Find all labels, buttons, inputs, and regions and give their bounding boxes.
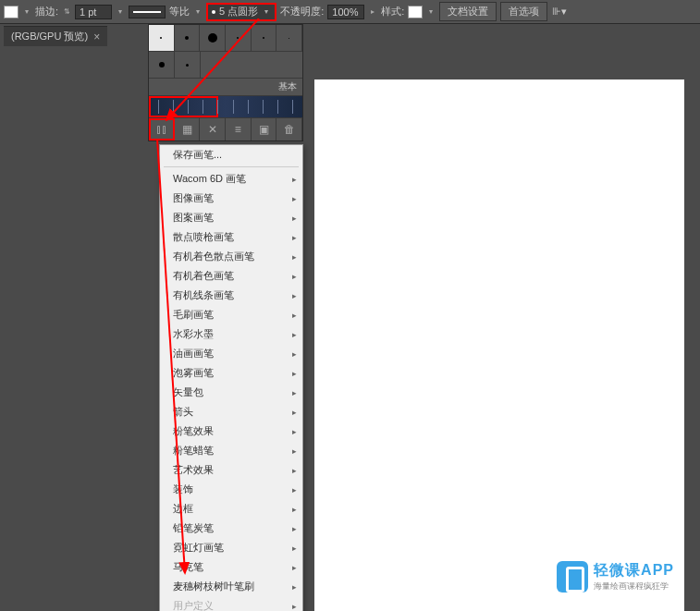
brush-thumb-1[interactable] (149, 25, 175, 51)
menu-item-label: Wacom 6D 画笔 (173, 172, 246, 186)
stroke-dropdown[interactable]: ▾ (116, 6, 125, 18)
fill-swatch[interactable] (4, 6, 18, 18)
brush-thumb-4[interactable] (226, 25, 252, 51)
brush-thumb-6[interactable] (276, 25, 302, 51)
menu-item[interactable]: 装饰 (160, 480, 302, 499)
style-dropdown[interactable]: ▾ (426, 6, 436, 18)
menu-item[interactable]: 图案画笔 (160, 208, 302, 227)
menu-item[interactable]: 图像画笔 (160, 189, 302, 208)
brush-basic-label-row: 基本 (149, 79, 302, 96)
brush-options-icon[interactable]: ≡ (226, 118, 252, 141)
brush-basic-label: 基本 (278, 80, 297, 93)
menu-item-label: 艺术效果 (173, 463, 214, 477)
menu-item-label: 水彩水墨 (173, 327, 214, 341)
menu-item: 用户定义 (160, 596, 302, 611)
opacity-input[interactable] (327, 5, 364, 19)
menu-item[interactable]: 泡雾画笔 (160, 363, 302, 383)
menu-item[interactable]: 保存画笔... (160, 145, 302, 165)
style-swatch[interactable] (408, 6, 423, 18)
brush-panel-tools: ⫿⫿ ▦ ✕ ≡ ▣ 🗑 (149, 118, 302, 141)
fill-dropdown[interactable]: ▾ (22, 6, 31, 18)
brush-name: 5 点圆形 (219, 5, 258, 18)
watermark-subtitle: 海量绘画课程疯狂学 (594, 580, 674, 593)
menu-item-label: 泡雾画笔 (173, 366, 214, 380)
menu-item-label: 粉笔效果 (173, 424, 214, 438)
menu-item-label: 矢量包 (173, 385, 203, 399)
watermark-title: 轻微课APP (594, 561, 674, 580)
menu-item-label: 粉笔蜡笔 (173, 444, 214, 458)
brush-dropdown-icon: ▾ (262, 6, 271, 18)
menu-item-label: 装饰 (173, 483, 193, 496)
menu-item[interactable]: 毛刷画笔 (160, 305, 302, 324)
profile-label: 等比 (169, 5, 190, 18)
artboard[interactable] (314, 79, 684, 611)
brush-thumbnails-row (149, 25, 302, 52)
menu-item[interactable]: 铅笔炭笔 (160, 519, 302, 538)
brushes-panel: 基本 ⫿⫿ ▦ ✕ ≡ ▣ 🗑 (148, 24, 303, 141)
menu-item[interactable]: 有机着色画笔 (160, 266, 302, 286)
menu-item[interactable]: 有机着色散点画笔 (160, 247, 302, 266)
menu-item-label: 油画画笔 (173, 347, 214, 360)
menu-item-label: 有机着色散点画笔 (173, 250, 254, 263)
menu-item-label: 用户定义 (173, 599, 214, 611)
opacity-label: 不透明度: (280, 5, 324, 18)
menu-item[interactable]: 边框 (160, 499, 302, 519)
menu-item[interactable]: 粉笔蜡笔 (160, 441, 302, 460)
watermark: 轻微课APP 海量绘画课程疯狂学 (557, 561, 674, 593)
brush-library-icon[interactable]: ▦ (175, 118, 201, 141)
menu-item[interactable]: 有机线条画笔 (160, 286, 302, 305)
brush-thumb-7[interactable] (149, 52, 175, 78)
brush-selector[interactable]: 5 点圆形 ▾ (206, 3, 276, 21)
brush-thumb-3[interactable] (200, 25, 226, 51)
menu-item-label: 箭头 (173, 405, 193, 419)
prefs-button[interactable]: 首选项 (500, 2, 547, 21)
menu-item[interactable]: 矢量包 (160, 383, 302, 402)
menu-item-label: 有机着色画笔 (173, 269, 234, 283)
new-brush-icon[interactable]: ▣ (252, 118, 277, 141)
menu-item-label: 图像画笔 (173, 191, 214, 205)
menu-item-label: 边框 (173, 502, 193, 516)
brush-size-slider[interactable] (149, 96, 302, 118)
stroke-stepper-icon[interactable]: ⇅ (62, 6, 71, 18)
document-tab[interactable]: (RGB/GPU 预览) × (4, 26, 107, 46)
stroke-weight-input[interactable] (75, 5, 112, 19)
menu-item-label: 马克笔 (173, 560, 203, 574)
brush-libraries-menu-button[interactable]: ⫿⫿ (149, 118, 175, 141)
menu-item-label: 图案画笔 (173, 211, 214, 225)
align-icon[interactable]: ⊪▾ (551, 4, 568, 20)
menu-item[interactable]: 马克笔 (160, 557, 302, 577)
menu-item[interactable]: Wacom 6D 画笔 (160, 169, 302, 189)
menu-item-label: 铅笔炭笔 (173, 521, 214, 535)
stroke-label: 描边: (35, 5, 58, 18)
brush-thumb-5[interactable] (252, 25, 277, 51)
document-tab-bar: (RGB/GPU 预览) × (0, 24, 700, 46)
opacity-dropdown[interactable]: ▸ (368, 6, 377, 18)
stroke-profile-preview[interactable] (129, 6, 166, 18)
brush-preview-icon (212, 10, 215, 14)
menu-item[interactable]: 麦穗树枝树叶笔刷 (160, 577, 302, 596)
remove-stroke-icon[interactable]: ✕ (200, 118, 226, 141)
brush-thumb-8[interactable] (175, 52, 201, 78)
close-icon[interactable]: × (93, 31, 100, 43)
menu-item-label: 保存画笔... (173, 148, 222, 162)
menu-item[interactable]: 霓虹灯画笔 (160, 538, 302, 557)
top-toolbar: ▾ 描边: ⇅ ▾ 等比 ▾ 5 点圆形 ▾ 不透明度: ▸ 样式: ▾ 文档设… (0, 0, 700, 24)
menu-item-label: 有机线条画笔 (173, 288, 234, 302)
menu-item-label: 散点喷枪画笔 (173, 230, 234, 244)
doc-setup-button[interactable]: 文档设置 (439, 2, 497, 21)
menu-item[interactable]: 箭头 (160, 402, 302, 422)
menu-item[interactable]: 油画画笔 (160, 344, 302, 363)
menu-item[interactable]: 艺术效果 (160, 460, 302, 480)
brush-thumb-2[interactable] (175, 25, 201, 51)
menu-item[interactable]: 散点喷枪画笔 (160, 227, 302, 247)
brush-thumbnails-row-2 (149, 52, 302, 79)
menu-item[interactable]: 水彩水墨 (160, 324, 302, 344)
profile-dropdown[interactable]: ▾ (193, 6, 203, 18)
menu-item-label: 毛刷画笔 (173, 308, 214, 322)
tab-title: (RGB/GPU 预览) (11, 30, 88, 43)
delete-brush-icon[interactable]: 🗑 (276, 118, 302, 141)
watermark-app-icon (557, 561, 588, 593)
menu-item[interactable]: 粉笔效果 (160, 422, 302, 441)
style-label: 样式: (381, 5, 404, 18)
menu-separator (164, 166, 299, 167)
